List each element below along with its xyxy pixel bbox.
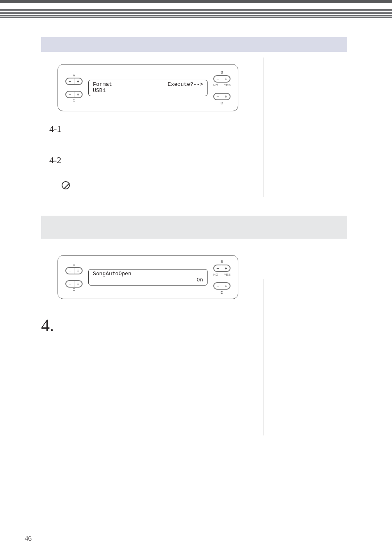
rocker-c-plus[interactable]: +: [74, 92, 82, 97]
sidebar-divider-2: [263, 279, 263, 435]
rocker-d2-minus[interactable]: –: [214, 283, 222, 289]
prohibit-icon: [62, 181, 70, 189]
lcd2-line1: SongAutoOpen: [93, 271, 203, 277]
no-yes-labels: NO YES: [213, 83, 231, 87]
lcd1-line2: USB1: [93, 88, 203, 94]
instrument-panel-2: A – + – + C SongAutoOpen On: [58, 255, 351, 299]
rocker-a[interactable]: – +: [65, 78, 83, 85]
step-4-big: 4.: [41, 315, 351, 335]
page-number: 46: [25, 534, 32, 543]
rocker-b-minus[interactable]: –: [214, 76, 222, 82]
left-rocker-column: A – + – + C: [65, 74, 83, 102]
lcd-display-2: SongAutoOpen On: [88, 269, 208, 286]
rocker-b[interactable]: – +: [213, 75, 231, 83]
rocker-c[interactable]: – +: [65, 91, 83, 98]
rocker-a-plus[interactable]: +: [74, 78, 82, 84]
rocker-c2-minus[interactable]: –: [66, 281, 74, 287]
rocker-c-minus[interactable]: –: [66, 92, 74, 97]
rocker-label-d2: D: [213, 290, 231, 295]
page-body: A – + – + C Format E: [0, 21, 392, 335]
rocker-d-minus[interactable]: –: [214, 94, 222, 99]
rocker-d2-plus[interactable]: +: [222, 283, 230, 289]
rocker-label-a2: A: [65, 263, 83, 267]
no-label: NO: [213, 83, 218, 87]
no-label-2: NO: [213, 273, 218, 276]
rocker-b2[interactable]: – +: [213, 265, 231, 272]
yes-label: YES: [224, 83, 231, 87]
rocker-c2-plus[interactable]: +: [74, 281, 82, 287]
rocker-b2-plus[interactable]: +: [222, 265, 230, 271]
rocker-label-b2: B: [213, 260, 231, 264]
step-4-1: 4-1: [49, 124, 351, 134]
lcd2-line2: On: [93, 277, 203, 283]
rocker-d[interactable]: – +: [213, 93, 231, 100]
lcd-display-1: Format Execute?--> USB1: [88, 80, 208, 96]
no-yes-labels-2: NO YES: [213, 273, 231, 276]
left-rocker-column-2: A – + – + C: [65, 263, 83, 292]
rocker-label-d: D: [213, 101, 231, 105]
rocker-label-c2: C: [65, 288, 83, 292]
rocker-b-plus[interactable]: +: [222, 76, 230, 82]
right-rocker-column: B – + NO YES – + D: [213, 70, 231, 105]
yes-label-2: YES: [224, 273, 231, 276]
lcd1-line1-left: Format: [93, 82, 112, 88]
rocker-a2-plus[interactable]: +: [74, 268, 82, 274]
device-panel: A – + – + C Format E: [58, 64, 238, 111]
lcd1-line1-right: Execute?-->: [168, 82, 203, 88]
section-header-bar-1: [41, 37, 347, 52]
rocker-a-minus[interactable]: –: [66, 78, 74, 84]
rocker-label-b: B: [213, 70, 231, 74]
device-panel-2: A – + – + C SongAutoOpen On: [58, 255, 238, 299]
rocker-a2[interactable]: – +: [65, 267, 83, 274]
step-4-2: 4-2: [49, 155, 351, 166]
rocker-b2-minus[interactable]: –: [214, 265, 222, 271]
rocker-d-plus[interactable]: +: [222, 94, 230, 99]
rocker-a2-minus[interactable]: –: [66, 268, 74, 274]
section-header-bar-2: [41, 216, 347, 239]
rocker-c2[interactable]: – +: [65, 280, 83, 288]
page-top-stripes: [0, 0, 392, 21]
instrument-panel-1: A – + – + C Format E: [58, 64, 351, 111]
rocker-label-c: C: [65, 98, 83, 102]
right-rocker-column-2: B – + NO YES – + D: [213, 260, 231, 295]
rocker-label-a: A: [65, 74, 83, 78]
rocker-d2[interactable]: – +: [213, 282, 231, 290]
